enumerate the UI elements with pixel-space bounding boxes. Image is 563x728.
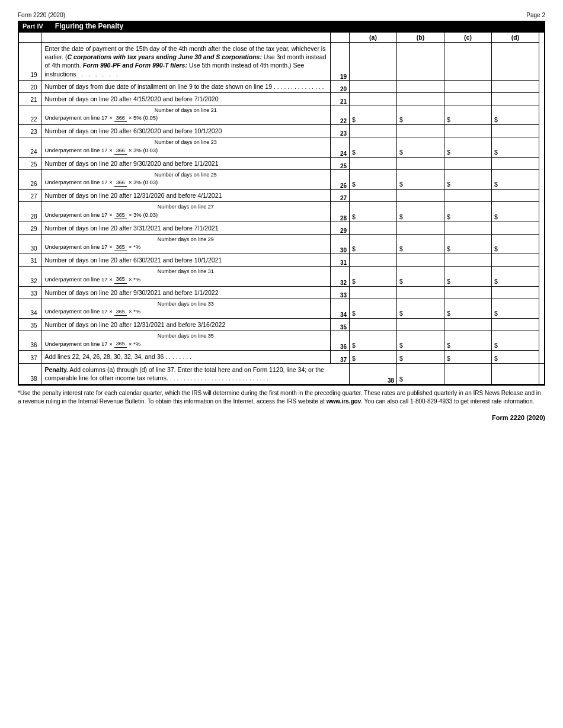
table-row: 28 Number days on line 27 Underpayment o… [18,202,545,222]
row-30-fraction-line: Underpayment on line 17 × 365 × *% [45,243,327,251]
cell-19a [350,43,397,81]
cell-34d: $ [492,299,539,318]
row-33-text: Number of days on line 20 after 9/30/202… [45,289,219,296]
cell-23a [350,125,397,137]
form-footer-text: Form 2220 (2020) [492,414,545,421]
row-num-22: 22 [18,105,41,125]
cell-31d [492,254,539,267]
cell-32a: $ [350,267,397,286]
cell-35d [492,319,539,331]
row-num-24: 24 [18,137,41,157]
cell-36b: $ [397,331,444,351]
table-row: 37 Add lines 22, 24, 26, 28, 30, 32, 34,… [18,351,545,363]
cell-36c: $ [444,331,492,351]
row-linenum-24: 24 [331,137,350,157]
cell-33b [397,286,444,299]
table-row: 19 Enter the date of payment or the 15th… [18,43,545,81]
row-linenum-32: 32 [331,267,350,286]
row-26-fraction-label: Number of days on line 25 [45,171,327,178]
cell-38c [492,363,539,384]
cell-22d: $ [492,105,539,125]
row-24-fraction-line: Underpayment on line 17 × 366 × 3% (0.03… [45,147,327,155]
row-21-text: Number of days on line 20 after 4/15/202… [45,95,219,102]
row-num-23: 23 [18,125,41,137]
row-linenum-19: 19 [331,43,350,81]
row-desc-38: Penalty. Add columns (a) through (d) of … [41,363,350,384]
row-desc-32: Number days on line 31 Underpayment on l… [41,267,331,286]
cell-24c: $ [444,137,492,157]
cell-26b: $ [397,169,444,189]
cell-23d [492,125,539,137]
table-row: 26 Number of days on line 25 Underpaymen… [18,169,545,189]
cell-29b [397,222,444,234]
cell-30d: $ [492,234,539,254]
row-desc-37: Add lines 22, 24, 26, 28, 30, 32, 34, an… [41,351,331,363]
cell-27c [444,190,492,202]
main-table: (a) (b) (c) (d) 19 Enter the date of pay… [18,31,545,385]
row-linenum-28: 28 [331,202,350,222]
row-num-30: 30 [18,234,41,254]
cell-37d: $ [492,351,539,363]
row-linenum-22: 22 [331,105,350,125]
cell-35a [350,319,397,331]
row-24-fraction-label: Number of days on line 23 [45,139,327,146]
footnote: *Use the penalty interest rate for each … [18,385,545,409]
col-c-header: (c) [444,32,492,43]
cell-35b [397,319,444,331]
row-linenum-35: 35 [331,319,350,331]
row-37-text: Add lines 22, 24, 26, 28, 30, 32, 34, an… [45,353,192,360]
row-desc-26: Number of days on line 25 Underpayment o… [41,169,331,189]
row-desc-22: Number of days on line 21 Underpayment o… [41,105,331,125]
row-num-19: 19 [18,43,41,81]
cell-21a [350,92,397,105]
cell-24d: $ [492,137,539,157]
row-num-32: 32 [18,267,41,286]
cell-38a: $ [397,363,444,384]
table-row: 20 Number of days from due date of insta… [18,80,545,92]
cell-29d [492,222,539,234]
table-row: 27 Number of days on line 20 after 12/31… [18,190,545,202]
row-desc-21: Number of days on line 20 after 4/15/202… [41,92,331,105]
cell-32d: $ [492,267,539,286]
row-26-fraction-line: Underpayment on line 17 × 366 × 3% (0.03… [45,179,327,187]
part-iv-header: Part IV Figuring the Penalty [18,21,545,31]
cell-29a [350,222,397,234]
row-28-fraction-line: Underpayment on line 17 × 365 × 3% (0.03… [45,211,327,219]
cell-27d [492,190,539,202]
cell-28d: $ [492,202,539,222]
row-30-fraction-label: Number days on line 29 [45,236,327,243]
table-row: 29 Number of days on line 20 after 3/31/… [18,222,545,234]
row-num-36: 36 [18,331,41,351]
table-row: 31 Number of days on line 20 after 6/30/… [18,254,545,267]
row-num-27: 27 [18,190,41,202]
cell-20a [350,80,397,92]
row-linenum-33: 33 [331,286,350,299]
cell-21d [492,92,539,105]
row-36-fraction-line: Underpayment on line 17 × 365 × *% [45,340,327,348]
cell-24b: $ [397,137,444,157]
row-29-text: Number of days on line 20 after 3/31/202… [45,225,219,232]
cell-19b [397,43,444,81]
row-linenum-23: 23 [331,125,350,137]
form-header: Form 2220 (2020) Page 2 [18,12,545,18]
row-linenum-20: 20 [331,80,350,92]
table-row-penalty: 38 Penalty. Add columns (a) through (d) … [18,363,545,384]
cell-25c [444,157,492,169]
cell-28a: $ [350,202,397,222]
cell-27b [397,190,444,202]
row-linenum-31: 31 [331,254,350,267]
cell-27a [350,190,397,202]
table-row: 25 Number of days on line 20 after 9/30/… [18,157,545,169]
row-linenum-36: 36 [331,331,350,351]
row-desc-28: Number days on line 27 Underpayment on l… [41,202,331,222]
cell-26a: $ [350,169,397,189]
row-num-33: 33 [18,286,41,299]
row-desc-35: Number of days on line 20 after 12/31/20… [41,319,331,331]
cell-20c [444,80,492,92]
cell-37c: $ [444,351,492,363]
form-footer: Form 2220 (2020) [18,414,545,421]
row-linenum-29: 29 [331,222,350,234]
cell-36a: $ [350,331,397,351]
row-num-28: 28 [18,202,41,222]
penalty-text: Add columns (a) through (d) of line 37. … [45,366,324,381]
